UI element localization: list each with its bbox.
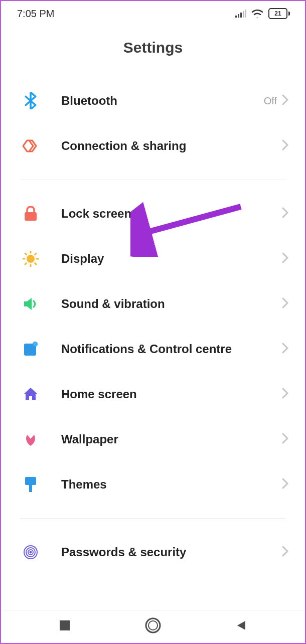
sun-icon bbox=[20, 251, 41, 267]
settings-row-home[interactable]: Home screen bbox=[2, 372, 304, 417]
svg-point-6 bbox=[27, 255, 35, 263]
settings-row-passwords[interactable]: Passwords & security bbox=[2, 530, 304, 575]
row-label: Lock screen bbox=[61, 207, 282, 221]
bluetooth-icon bbox=[20, 92, 41, 109]
svg-line-13 bbox=[25, 263, 27, 265]
settings-row-themes[interactable]: Themes bbox=[2, 462, 304, 507]
svg-line-11 bbox=[25, 253, 27, 255]
chevron-right-icon bbox=[282, 139, 289, 152]
fingerprint-icon bbox=[20, 544, 41, 560]
row-label: Bluetooth bbox=[61, 94, 264, 108]
status-indicators: 21 bbox=[235, 8, 290, 19]
chevron-right-icon bbox=[282, 343, 289, 356]
svg-line-14 bbox=[35, 253, 37, 255]
brush-icon bbox=[20, 476, 41, 493]
home-icon bbox=[20, 387, 41, 402]
svg-rect-0 bbox=[235, 16, 237, 18]
svg-line-12 bbox=[35, 263, 37, 265]
chevron-right-icon bbox=[282, 388, 289, 401]
svg-point-23 bbox=[30, 552, 32, 553]
chevron-right-icon bbox=[282, 94, 289, 107]
row-label: Notifications & Control centre bbox=[61, 342, 282, 356]
signal-icon bbox=[235, 10, 246, 18]
wifi-icon bbox=[251, 9, 263, 18]
status-time: 7:05 PM bbox=[17, 8, 54, 20]
chevron-right-icon bbox=[282, 478, 289, 491]
settings-row-sound[interactable]: Sound & vibration bbox=[2, 281, 304, 327]
settings-row-wallpaper[interactable]: Wallpaper bbox=[2, 417, 304, 462]
settings-row-bluetooth[interactable]: BluetoothOff bbox=[2, 78, 304, 123]
row-label: Connection & sharing bbox=[61, 139, 282, 153]
lock-icon bbox=[20, 206, 41, 221]
settings-row-connection[interactable]: Connection & sharing bbox=[2, 123, 304, 169]
chevron-right-icon bbox=[282, 433, 289, 446]
chevron-right-icon bbox=[282, 297, 289, 310]
svg-point-17 bbox=[33, 342, 37, 346]
connection-icon bbox=[20, 138, 41, 153]
row-label: Passwords & security bbox=[61, 545, 282, 559]
svg-rect-24 bbox=[60, 620, 70, 630]
status-bar: 7:05 PM 21 bbox=[2, 2, 304, 25]
row-label: Display bbox=[61, 252, 282, 266]
section-divider bbox=[20, 518, 286, 519]
svg-rect-2 bbox=[240, 13, 242, 18]
row-label: Wallpaper bbox=[61, 432, 282, 446]
settings-row-notif[interactable]: Notifications & Control centre bbox=[2, 327, 304, 372]
flower-icon bbox=[20, 432, 41, 447]
recents-button[interactable] bbox=[59, 619, 71, 633]
chevron-right-icon bbox=[282, 207, 289, 220]
battery-icon: 21 bbox=[268, 8, 290, 19]
page-title: Settings bbox=[2, 25, 304, 78]
nav-bar bbox=[2, 610, 304, 642]
svg-rect-19 bbox=[29, 485, 32, 492]
sound-icon bbox=[20, 297, 41, 311]
settings-list: BluetoothOffConnection & sharingLock scr… bbox=[2, 78, 304, 610]
svg-rect-18 bbox=[25, 477, 36, 485]
row-label: Themes bbox=[61, 477, 282, 492]
settings-row-lockscreen[interactable]: Lock screen bbox=[2, 191, 304, 236]
svg-point-26 bbox=[148, 621, 158, 630]
chevron-right-icon bbox=[282, 252, 289, 265]
home-button[interactable] bbox=[144, 617, 162, 636]
svg-rect-3 bbox=[243, 11, 244, 18]
back-button[interactable] bbox=[235, 619, 247, 633]
svg-rect-4 bbox=[245, 10, 246, 18]
row-value: Off bbox=[264, 95, 277, 107]
row-label: Sound & vibration bbox=[61, 297, 282, 311]
settings-row-display[interactable]: Display bbox=[2, 236, 304, 281]
section-divider bbox=[20, 180, 286, 180]
svg-rect-5 bbox=[25, 212, 37, 221]
svg-rect-1 bbox=[238, 14, 239, 18]
chevron-right-icon bbox=[282, 546, 289, 559]
notif-icon bbox=[20, 342, 41, 357]
row-label: Home screen bbox=[61, 387, 282, 401]
